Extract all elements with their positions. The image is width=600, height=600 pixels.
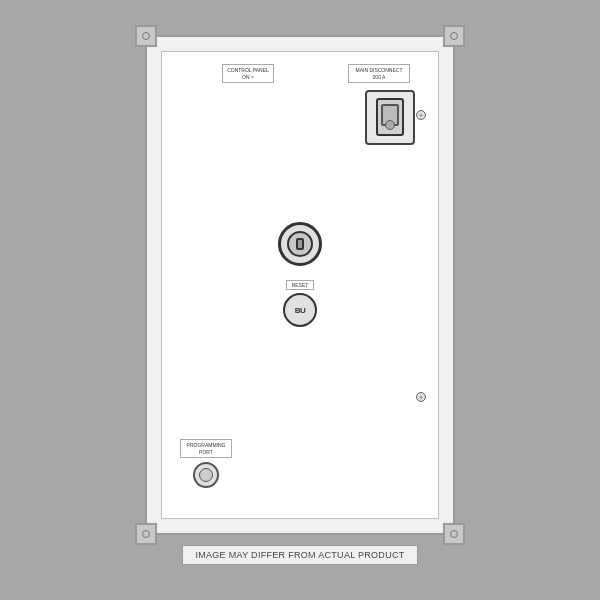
control-panel-label-line1: CONTROL PANEL — [227, 67, 269, 74]
corner-bracket-bl — [135, 523, 157, 545]
main-disconnect-label: MAIN DISCONNECT 200 A — [348, 64, 410, 83]
page-wrapper: CONTROL PANEL ON > MAIN DISCONNECT 200 A — [145, 35, 455, 565]
disclaimer-text: IMAGE MAY DIFFER FROM ACTUAL PRODUCT — [195, 550, 404, 560]
screw-right-mid — [416, 392, 426, 402]
panel-enclosure: CONTROL PANEL ON > MAIN DISCONNECT 200 A — [145, 35, 455, 535]
keylock-container — [278, 222, 322, 266]
keylock-inner — [287, 231, 313, 257]
disclaimer-box: IMAGE MAY DIFFER FROM ACTUAL PRODUCT — [182, 545, 417, 565]
corner-bracket-br — [443, 523, 465, 545]
panel-door: CONTROL PANEL ON > MAIN DISCONNECT 200 A — [161, 51, 439, 519]
programming-label-line2: PORT — [185, 449, 227, 456]
reset-container: RESET BU — [283, 280, 317, 327]
reset-button-text: BU — [295, 306, 306, 315]
disconnect-handle — [376, 98, 404, 136]
main-disconnect-switch[interactable] — [360, 82, 420, 152]
programming-label-line1: PROGRAMMING — [185, 442, 227, 449]
control-panel-label-line2: ON > — [227, 74, 269, 81]
keylock[interactable] — [278, 222, 322, 266]
reset-label: RESET — [286, 280, 315, 290]
main-disconnect-label-line1: MAIN DISCONNECT — [353, 67, 405, 74]
main-disconnect-label-line2: 200 A — [353, 74, 405, 81]
control-panel-label: CONTROL PANEL ON > — [222, 64, 274, 83]
reset-button[interactable]: BU — [283, 293, 317, 327]
keylock-slot — [296, 238, 304, 250]
prog-port-inner — [199, 468, 213, 482]
programming-port[interactable] — [193, 462, 219, 488]
programming-port-label: PROGRAMMING PORT — [180, 439, 232, 458]
screw-right-top — [416, 110, 426, 120]
corner-bracket-tr — [443, 25, 465, 47]
corner-bracket-tl — [135, 25, 157, 47]
disconnect-body — [365, 90, 415, 145]
programming-port-container: PROGRAMMING PORT — [180, 439, 232, 488]
